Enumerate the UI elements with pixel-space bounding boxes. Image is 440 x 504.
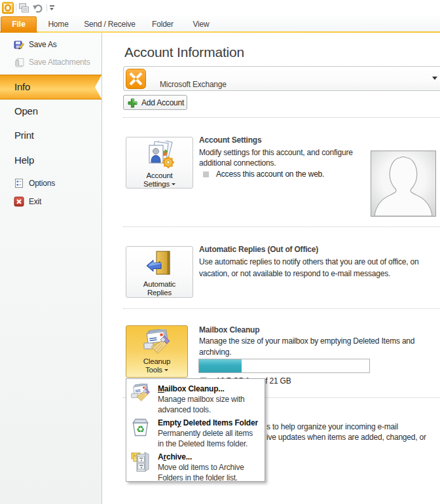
account-selector-dropdown-icon[interactable] xyxy=(432,77,437,80)
add-account-label: Add Account xyxy=(141,98,184,108)
qat-separator xyxy=(16,4,16,12)
undo-icon[interactable] xyxy=(33,3,43,15)
section-separator xyxy=(123,117,440,118)
cleanup-tools-button[interactable]: Cleanup Tools xyxy=(126,325,188,378)
bullet-square-icon xyxy=(203,171,209,177)
menu-item-archive[interactable]: Archive... Move old items to Archive Fol… xyxy=(158,452,244,483)
menu-item-empty-deleted-items[interactable]: Empty Deleted Items Folder Permanently d… xyxy=(158,418,258,449)
mailbox-progress-fill xyxy=(199,359,242,372)
qat-separator xyxy=(46,4,47,12)
cleanup-tools-button-line2: Tools xyxy=(145,366,168,374)
exit-icon xyxy=(14,196,24,209)
options-icon xyxy=(14,178,24,191)
sidebar-tab-info-label[interactable]: Info xyxy=(14,81,30,93)
mailbox-size-progress-bar xyxy=(198,359,370,373)
mailbox-cleanup-heading: Mailbox Cleanup xyxy=(199,325,259,335)
account-selector[interactable]: Microsoft Exchange xyxy=(123,66,440,91)
dropdown-caret-icon xyxy=(164,369,168,371)
outlook-app-icon[interactable] xyxy=(2,2,14,14)
rules-alerts-body-fragment-line1: s to help organize your incoming e-mail xyxy=(266,422,398,432)
account-settings-button-line1: Account xyxy=(146,171,172,180)
sidebar-item-exit[interactable]: Exit xyxy=(29,197,41,207)
account-settings-icon xyxy=(145,141,175,171)
info-selected-arrow xyxy=(95,75,101,99)
sidebar-tab-print[interactable]: Print xyxy=(14,130,34,141)
empty-deleted-items-icon: ♻ xyxy=(132,418,149,439)
svg-text:♻: ♻ xyxy=(136,424,145,435)
automatic-replies-body-line2: vacation, or not available to respond to… xyxy=(199,269,390,279)
add-account-button[interactable]: Add Account xyxy=(123,95,187,110)
sidebar-item-save-attachments: Save Attachments xyxy=(29,58,90,67)
dropdown-caret-icon xyxy=(172,183,175,185)
account-settings-body-line2: additional connections. xyxy=(199,158,276,168)
title-bar xyxy=(0,0,440,16)
automatic-replies-button-line1: Automatic xyxy=(143,280,175,289)
cleanup-tools-menu: Mailbox Cleanup... Manage mailbox size w… xyxy=(126,378,265,482)
account-settings-button-line2: Settings xyxy=(143,180,175,189)
sidebar-tab-help[interactable]: Help xyxy=(14,154,34,166)
mailbox-cleanup-icon xyxy=(131,384,151,405)
account-settings-body-line1: Modify settings for this account, and co… xyxy=(199,148,353,158)
user-photo-placeholder xyxy=(371,151,436,217)
backstage-sidebar xyxy=(0,33,102,504)
sidebar-item-options[interactable]: Options xyxy=(29,179,55,189)
account-settings-button[interactable]: Account Settings xyxy=(126,137,193,189)
cleanup-tools-button-line1: Cleanup xyxy=(143,357,170,366)
save-as-icon xyxy=(14,40,24,53)
automatic-replies-icon xyxy=(145,251,174,280)
cleanup-tools-icon xyxy=(143,329,171,357)
sidebar-tab-open[interactable]: Open xyxy=(14,105,38,117)
outlook-window: File Home Send / Receive Folder View Sav… xyxy=(0,0,440,504)
sidebar-item-save-as[interactable]: Save As xyxy=(29,40,57,50)
customize-quick-access-toolbar-icon[interactable] xyxy=(49,5,56,11)
automatic-replies-heading: Automatic Replies (Out of Office) xyxy=(199,245,318,255)
automatic-replies-button-line2: Replies xyxy=(147,289,172,297)
archive-icon xyxy=(131,452,149,475)
mailbox-cleanup-body-line1: Manage the size of your mailbox by empty… xyxy=(199,336,414,346)
mailbox-cleanup-body-line2: archiving. xyxy=(199,348,231,357)
rules-alerts-body-fragment-line2: ive updates when items are added, change… xyxy=(266,433,426,442)
access-account-web-link[interactable]: Access this account on the web. xyxy=(216,170,324,179)
account-selector-value: Microsoft Exchange xyxy=(160,80,227,90)
account-settings-heading: Account Settings xyxy=(199,135,261,145)
tab-file[interactable]: File xyxy=(1,16,37,31)
section-separator xyxy=(123,308,440,309)
send-receive-icon[interactable] xyxy=(18,3,29,15)
save-attachments-icon xyxy=(14,58,24,71)
automatic-replies-body-line1: Use automatic replies to notify others t… xyxy=(199,257,419,267)
tab-home[interactable]: Home xyxy=(43,16,73,31)
tab-folder[interactable]: Folder xyxy=(147,16,178,31)
section-separator xyxy=(123,226,440,227)
automatic-replies-button[interactable]: Automatic Replies xyxy=(126,246,193,298)
tab-send-receive[interactable]: Send / Receive xyxy=(80,16,139,31)
add-plus-icon xyxy=(128,98,138,110)
gear-icon xyxy=(162,156,174,168)
tab-view[interactable]: View xyxy=(187,16,215,31)
page-title: Account Information xyxy=(124,45,244,60)
exchange-icon xyxy=(126,69,146,92)
menu-item-mailbox-cleanup[interactable]: Mailbox Cleanup... Manage mailbox size w… xyxy=(158,384,245,415)
